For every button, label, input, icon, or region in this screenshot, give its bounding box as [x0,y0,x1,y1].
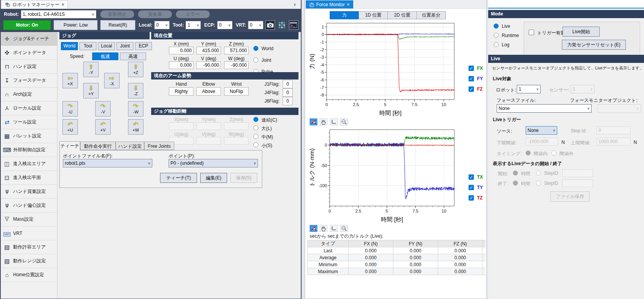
sidebar-item-jog-teach[interactable]: ✛ジョグ&ティーチ [1,32,57,46]
end-time-radio[interactable] [513,181,518,186]
sidebar-item-pallet-settings[interactable]: ▦パレット設定 [1,129,57,143]
view-position-diff-button[interactable]: 位置差分 [416,11,446,19]
lower-threshold-field[interactable]: -1000.000 [526,138,558,145]
fy-checkbox[interactable] [469,76,474,81]
jog-minus-u-button[interactable]: -U [62,101,78,117]
dist-medium-radio[interactable] [253,134,258,139]
sidebar-item-force-data[interactable]: ↧フォースデータ [1,74,57,88]
jog-mode-ecp-button[interactable]: ECP [135,42,152,50]
ecp-select[interactable]: 0∨ [217,21,233,29]
sidebar-item-arch-settings[interactable]: ∩Arch設定 [1,88,57,101]
power-button[interactable]: Power: Low [54,20,98,30]
save-file-button[interactable]: ファイル保存 [550,191,590,202]
tab-robot-manager[interactable]: ロボットマネージャー × [2,0,68,8]
tab-overflow-chevron-icon[interactable]: ∨ [293,2,296,7]
safeguard-button[interactable]: 安全扉 [138,10,172,18]
dist-v-field[interactable] [196,137,221,145]
dist-x-field[interactable] [169,122,194,130]
tab-hand-settings[interactable]: ハンド設定 [116,142,144,150]
position-joint-radio[interactable] [253,57,258,63]
fm-object-select[interactable]: ∨ [598,104,641,113]
view-2d-position-button[interactable]: 2D 位置 [388,11,417,19]
sidebar-item-point-data[interactable]: ✜ポイントデータ [1,46,57,60]
console-button[interactable] [289,20,298,30]
tz-checkbox[interactable] [469,195,474,201]
jog-mode-world-button[interactable]: World [61,42,78,50]
jog-mode-tool-button[interactable]: Tool [79,42,96,50]
tab-free-joints[interactable]: Free Joints [144,142,174,150]
torque-chart[interactable]: 02.557.5100-50-100時間 [秒]トルク (N·mm) [309,127,457,224]
jog-plus-v-button[interactable]: +V [95,119,111,135]
robot-select[interactable]: 1, robot1, C4-A601S ∨ [21,10,96,19]
force-sensor-reset-button[interactable]: 力覚センサーリセット(E) [562,40,626,50]
local-select[interactable]: 0∨ [154,21,170,29]
dist-z-field[interactable] [224,122,249,130]
start-stepid-radio[interactable] [536,171,541,176]
sidebar-item-hand-settings[interactable]: ⊓ハンド設定 [1,60,57,74]
mode-runtime-radio[interactable] [494,33,499,38]
point-file-select[interactable]: robot1.pts∨ [63,159,152,167]
tx-checkbox[interactable] [469,174,474,180]
zoom-reset-icon[interactable]: ×1 [340,118,348,125]
camera-button[interactable] [265,20,275,30]
tab-motion-command[interactable]: 動作命令実行 [80,142,116,150]
pan-hand-icon[interactable] [320,225,327,232]
sidebar-item-approach-check-plane[interactable]: ⊡進入検出平面 [1,171,57,185]
end-stepid-radio[interactable] [536,181,541,186]
sidebar-item-hand-weight[interactable]: ⋔ハンド質量設定 [1,185,57,199]
jog-mode-joint-button[interactable]: Joint [116,42,133,50]
jog-plus-u-button[interactable]: +U [62,119,78,135]
timing-outside-radio[interactable] [551,150,556,155]
motor-button[interactable]: Motor: On [3,20,51,30]
zoom-select-icon[interactable] [310,225,317,232]
jog-minus-v-button[interactable]: -V [95,101,111,117]
sidebar-item-hand-eccentricity[interactable]: ⋔ハンド偏心設定 [1,199,57,213]
ty-checkbox[interactable] [469,185,474,190]
sidebar-item-external-control-point[interactable]: ⌨外部制御点設定 [1,143,57,157]
speed-low-button[interactable]: 低速 [92,52,118,60]
sidebar-item-mass-settings[interactable]: ◬Mass設定 [1,213,57,226]
live-sensor-select[interactable]: 1∨ [571,85,595,93]
tab-force-monitor[interactable]: Force Monitor × [306,0,353,8]
position-world-radio[interactable] [253,46,258,51]
vrt-select[interactable]: 0∨ [248,21,263,29]
jog-plus-w-button[interactable]: +W [128,119,143,135]
edit-button[interactable]: 編集(E) [200,173,227,183]
dist-continuous-radio[interactable] [253,117,258,122]
tool-select[interactable]: 1∨ [185,21,201,29]
reset-button[interactable]: Reset(R) [100,20,135,30]
sidebar-item-home-position[interactable]: ⌂Home位置設定 [1,268,57,282]
axis-scale-icon[interactable] [330,118,338,125]
jog-minus-z-button[interactable]: -Z [128,83,143,98]
jog-mode-local-button[interactable]: Local [98,42,115,50]
view-force-button[interactable]: 力 [330,11,359,19]
error-button[interactable]: エラー [176,10,210,18]
emergency-stop-button[interactable]: 非常停止 [100,10,134,18]
dist-small-radio[interactable] [253,142,258,147]
save-button[interactable]: 保存(S) [230,173,257,183]
trigger-source-select[interactable]: None∨ [526,126,557,135]
view-1d-position-button[interactable]: 1D 位置 [359,11,388,19]
axis-scale-icon[interactable] [330,225,338,232]
sidebar-item-vrt[interactable]: VRTVRT [1,226,57,240]
force-chart[interactable]: 02.557.51010-1-2-3-4-5-6-7-8時間 [秒]力 (N) [309,20,457,117]
sidebar-item-approach-check-area[interactable]: ◫進入検出エリア [1,157,57,171]
zoom-select-icon[interactable] [310,118,317,125]
sidebar-item-motion-allowed-area[interactable]: ▧動作許容エリア [1,240,57,254]
live-robot-select[interactable]: 1∨ [517,85,541,93]
sidebar-item-tool-settings[interactable]: ⇄ツール設定 [1,115,57,129]
close-icon[interactable]: × [347,2,350,7]
dist-y-field[interactable] [196,122,221,130]
dist-w-field[interactable] [224,137,249,145]
pan-hand-icon[interactable] [320,118,327,125]
sidebar-item-local-settings[interactable]: Yローカル設定 [1,101,57,115]
timing-inside-radio[interactable] [526,150,531,155]
end-value-field[interactable] [562,179,593,187]
point-select[interactable]: P0 - (undefined)∨ [169,159,258,167]
step-id-field[interactable]: 0 [597,127,631,134]
trigger-enable-checkbox[interactable] [529,30,534,35]
sidebar-item-motion-range[interactable]: ▨動作レンジ設定 [1,254,57,268]
teach-button[interactable]: ティーチ(T) [160,173,197,183]
jog-minus-y-button[interactable]: -Y [83,62,99,77]
jog-minus-w-button[interactable]: -W [128,101,143,117]
